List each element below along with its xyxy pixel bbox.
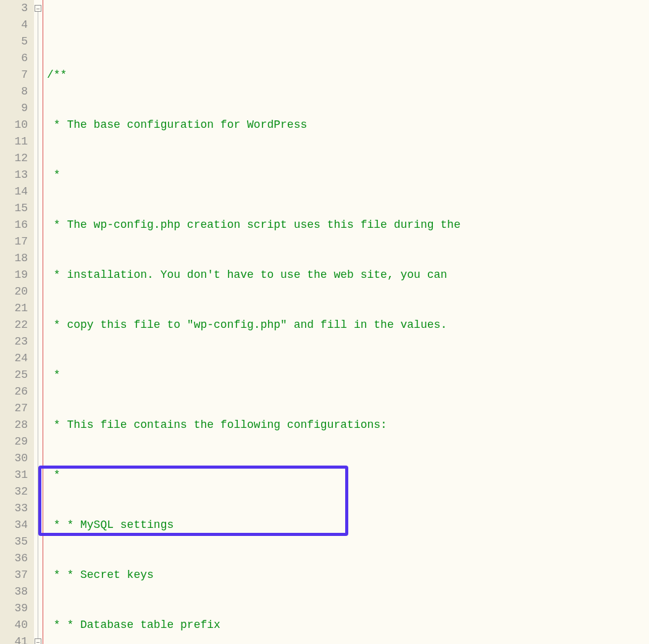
code-line[interactable]: * * MySQL settings [47, 517, 649, 533]
code-editor[interactable]: 3456789101112131415161718192021222324252… [0, 0, 649, 644]
line-number[interactable]: 23 [0, 333, 28, 350]
margin-guide [43, 0, 43, 644]
line-number[interactable]: 19 [0, 267, 28, 283]
code-line[interactable]: * [47, 367, 649, 383]
line-number[interactable]: 36 [0, 550, 28, 567]
line-number[interactable]: 31 [0, 467, 28, 483]
line-number[interactable]: 34 [0, 517, 28, 533]
code-area[interactable]: /** * The base configuration for WordPre… [43, 0, 649, 644]
line-number[interactable]: 35 [0, 533, 28, 550]
code-line[interactable]: * The wp-config.php creation script uses… [47, 217, 649, 233]
comment-text: * * Secret keys [47, 569, 154, 581]
line-number[interactable]: 14 [0, 183, 28, 200]
line-number[interactable]: 27 [0, 400, 28, 417]
line-number[interactable]: 20 [0, 283, 28, 300]
line-number[interactable]: 5 [0, 33, 28, 50]
comment-text: * This file contains the following confi… [47, 419, 387, 431]
line-number[interactable]: 32 [0, 483, 28, 500]
line-number[interactable]: 37 [0, 567, 28, 583]
code-line[interactable]: * [47, 467, 649, 483]
fold-toggle-icon[interactable] [35, 638, 41, 644]
line-number[interactable]: 25 [0, 367, 28, 383]
line-number[interactable]: 15 [0, 200, 28, 217]
line-number[interactable]: 13 [0, 167, 28, 183]
code-line[interactable]: * This file contains the following confi… [47, 417, 649, 433]
comment-text: * installation. You don't have to use th… [47, 269, 447, 281]
line-number[interactable]: 12 [0, 150, 28, 167]
comment-text: * The base configuration for WordPress [47, 119, 307, 131]
comment-text: * The wp-config.php creation script uses… [47, 219, 461, 231]
line-number[interactable]: 7 [0, 67, 28, 83]
comment-text: * [47, 369, 61, 381]
line-number[interactable]: 26 [0, 383, 28, 400]
line-number[interactable]: 29 [0, 433, 28, 450]
line-number[interactable]: 9 [0, 100, 28, 117]
line-number[interactable]: 8 [0, 83, 28, 100]
comment-text: * copy this file to "wp-config.php" and … [47, 319, 447, 331]
fold-toggle-icon[interactable] [35, 5, 41, 12]
line-number[interactable]: 39 [0, 600, 28, 617]
line-number[interactable]: 4 [0, 17, 28, 33]
line-number[interactable]: 24 [0, 350, 28, 367]
code-line[interactable]: * [47, 167, 649, 183]
line-number[interactable]: 18 [0, 250, 28, 267]
line-number[interactable]: 22 [0, 317, 28, 333]
code-line[interactable]: * copy this file to "wp-config.php" and … [47, 317, 649, 333]
line-number[interactable]: 3 [0, 0, 28, 17]
comment-text: * [47, 169, 61, 181]
line-number[interactable]: 38 [0, 583, 28, 600]
code-line[interactable]: /** [47, 67, 649, 83]
line-number[interactable]: 21 [0, 300, 28, 317]
comment-text: * [47, 469, 61, 481]
code-line[interactable]: * installation. You don't have to use th… [47, 267, 649, 283]
line-number[interactable]: 6 [0, 50, 28, 67]
code-line[interactable]: * * Database table prefix [47, 617, 649, 634]
line-number[interactable]: 10 [0, 117, 28, 133]
comment-text: * * MySQL settings [47, 519, 174, 531]
line-number[interactable]: 33 [0, 500, 28, 517]
comment-text: /** [47, 69, 67, 81]
line-number[interactable]: 28 [0, 417, 28, 433]
line-number[interactable]: 16 [0, 217, 28, 233]
line-number[interactable]: 41 [0, 634, 28, 644]
code-line[interactable]: * The base configuration for WordPress [47, 117, 649, 133]
fold-gutter[interactable] [34, 0, 43, 644]
line-number[interactable]: 30 [0, 450, 28, 467]
line-number[interactable]: 17 [0, 233, 28, 250]
code-line[interactable]: * * Secret keys [47, 567, 649, 583]
line-number-gutter[interactable]: 3456789101112131415161718192021222324252… [0, 0, 34, 644]
comment-text: * * Database table prefix [47, 619, 220, 631]
line-number[interactable]: 11 [0, 133, 28, 150]
line-number[interactable]: 40 [0, 617, 28, 634]
